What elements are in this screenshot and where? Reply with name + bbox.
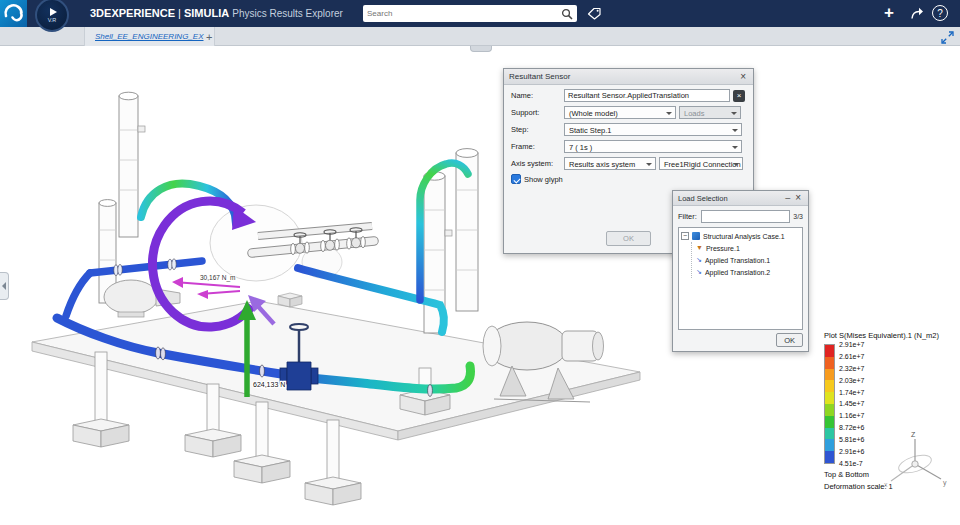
axis-reference-dropdown[interactable]: Free1Rigid Connection	[659, 157, 743, 170]
load-tree: − Structural Analysis Case.1 ▼ Pressure.…	[678, 227, 803, 330]
support-field-row: Support: (Whole model) Loads	[511, 106, 746, 119]
frame-dropdown[interactable]: 7 ( 1s )	[564, 140, 742, 153]
close-icon[interactable]: ×	[793, 193, 803, 203]
tree-node-label: Pressure.1	[706, 245, 740, 252]
filter-row: Filter: 3/3	[678, 210, 803, 223]
dialog-title-bar[interactable]: Load Selection – ×	[673, 191, 808, 206]
global-search[interactable]	[363, 5, 577, 22]
tab-shell-ee-engineering[interactable]: Shell_EE_ENGINEERING_EX	[84, 27, 215, 46]
ok-button[interactable]: OK	[606, 231, 651, 246]
applied-translation-icon: ↘	[696, 268, 702, 276]
step-label: Step:	[511, 125, 561, 134]
analysis-case-icon	[692, 232, 700, 240]
legend-color-strip	[824, 344, 835, 464]
tree-children: ▼ Pressure.1 ↘ Applied Translation.1 ↘ A…	[691, 242, 800, 278]
share-button[interactable]	[906, 5, 926, 21]
name-field-row: Name: ×	[511, 89, 746, 102]
legend-deformation-scale: Deformation scale: 1	[824, 482, 958, 491]
new-tab-plus-icon: +	[206, 31, 212, 43]
dialog-button-row: OK	[673, 330, 808, 351]
axis-reference-value: Free1Rigid Connection	[664, 160, 741, 169]
legend-values: 2.91e+72.61e+7 2.32e+72.03e+7 1.74e+71.4…	[839, 341, 865, 467]
tab-bar: Shell_EE_ENGINEERING_EX +	[0, 27, 960, 46]
dialog-title: Resultant Sensor	[509, 72, 738, 81]
legend-position-note: Top & Bottom	[824, 470, 958, 479]
question-mark-icon: ?	[937, 8, 943, 19]
ok-button[interactable]: OK	[776, 333, 803, 347]
toolbar-pull-handle[interactable]	[470, 46, 492, 52]
frame-value: 7 ( 1s )	[569, 143, 592, 152]
new-tab-button[interactable]: +	[206, 27, 212, 46]
loads-value: Loads	[684, 109, 704, 118]
brand-experience: EXPERIENCE	[104, 7, 175, 19]
sensor-name-input[interactable]	[564, 89, 730, 102]
step-field-row: Step: Static Step.1	[511, 123, 746, 136]
tree-node-label: Structural Analysis Case.1	[703, 233, 785, 240]
tree-node-label: Applied Translation.1	[705, 257, 770, 264]
clear-name-button[interactable]: ×	[733, 90, 745, 102]
help-button[interactable]: ?	[932, 5, 948, 21]
add-content-button[interactable]: +	[879, 2, 899, 24]
axis-system-value: Results axis system	[569, 160, 635, 169]
show-glyph-checkbox[interactable]	[511, 174, 521, 184]
maximize-view-button[interactable]	[940, 30, 954, 44]
show-glyph-row: Show glyph	[511, 174, 746, 184]
dialog-title: Load Selection	[678, 194, 782, 203]
tree-node-applied-translation-2[interactable]: ↘ Applied Translation.2	[696, 266, 800, 278]
close-icon[interactable]: ×	[738, 72, 748, 82]
force-value-label: 624,133 N	[253, 381, 285, 388]
app-module-name: Physics Results Explorer	[232, 8, 343, 19]
filter-label: Filter:	[678, 212, 698, 221]
support-value: (Whole model)	[569, 109, 618, 118]
plus-icon: +	[884, 3, 894, 23]
pressure-icon: ▼	[696, 244, 703, 252]
brand-3d: 3D	[90, 7, 104, 19]
panel-collapse-handle[interactable]	[0, 272, 9, 300]
platform[interactable]	[32, 301, 640, 440]
results-scene[interactable]: 30,167 N_m 624,133 N	[0, 46, 960, 525]
step-dropdown[interactable]: Static Step.1	[564, 123, 742, 136]
brand-separator: |	[178, 7, 181, 19]
tree-node-analysis-case[interactable]: − Structural Analysis Case.1	[681, 230, 800, 242]
share-icon	[909, 6, 924, 20]
dialog-title-bar[interactable]: Resultant Sensor ×	[504, 69, 753, 85]
search-input[interactable]	[367, 9, 561, 18]
expand-arrows-icon	[941, 31, 954, 44]
collapse-expander-icon[interactable]: −	[681, 232, 689, 240]
tag-icon	[587, 6, 602, 21]
application-top-bar: 3DEXPERIENCE | SIMULIA Physics Results E…	[0, 0, 960, 27]
frame-field-row: Frame: 7 ( 1s )	[511, 140, 746, 153]
filter-input[interactable]	[701, 210, 790, 223]
moment-value-label: 30,167 N_m	[200, 274, 235, 282]
tag-button[interactable]	[584, 5, 604, 22]
support-selector[interactable]: (Whole model)	[564, 106, 676, 119]
support-label: Support:	[511, 108, 561, 117]
load-selection-dialog: Load Selection – × Filter: 3/3 − Structu…	[672, 190, 809, 352]
application-title: 3DEXPERIENCE | SIMULIA Physics Results E…	[90, 7, 343, 19]
legend-title: Plot S(Mises Equivalent).1 (N_m2)	[824, 331, 958, 340]
3d-viewport[interactable]: 30,167 N_m 624,133 N	[0, 46, 960, 525]
show-glyph-label: Show glyph	[524, 175, 563, 184]
loads-dropdown[interactable]: Loads	[679, 106, 741, 119]
moment-axis-arrow	[172, 277, 183, 288]
axis-field-row: Axis system: Results axis system Free1Ri…	[511, 157, 746, 170]
tree-node-pressure[interactable]: ▼ Pressure.1	[696, 242, 800, 254]
name-label: Name:	[511, 91, 561, 100]
axis-system-label: Axis system:	[511, 159, 561, 168]
3ds-logo[interactable]	[0, 0, 27, 27]
3ds-swirl-icon	[2, 2, 25, 25]
frame-label: Frame:	[511, 142, 561, 151]
platform-version: V.R	[48, 17, 57, 23]
search-icon[interactable]	[561, 8, 573, 20]
brand-product: SIMULIA	[184, 7, 229, 19]
chevron-left-icon	[2, 282, 6, 290]
tree-node-label: Applied Translation.2	[705, 269, 770, 276]
center-vessel[interactable]	[210, 205, 302, 281]
filter-count: 3/3	[793, 213, 803, 220]
axis-system-dropdown[interactable]: Results axis system	[564, 157, 656, 170]
play-icon	[50, 8, 57, 16]
tree-node-applied-translation-1[interactable]: ↘ Applied Translation.1	[696, 254, 800, 266]
applied-translation-icon: ↘	[696, 256, 702, 264]
minimize-icon[interactable]: –	[782, 194, 793, 203]
tab-label: Shell_EE_ENGINEERING_EX	[95, 32, 204, 41]
